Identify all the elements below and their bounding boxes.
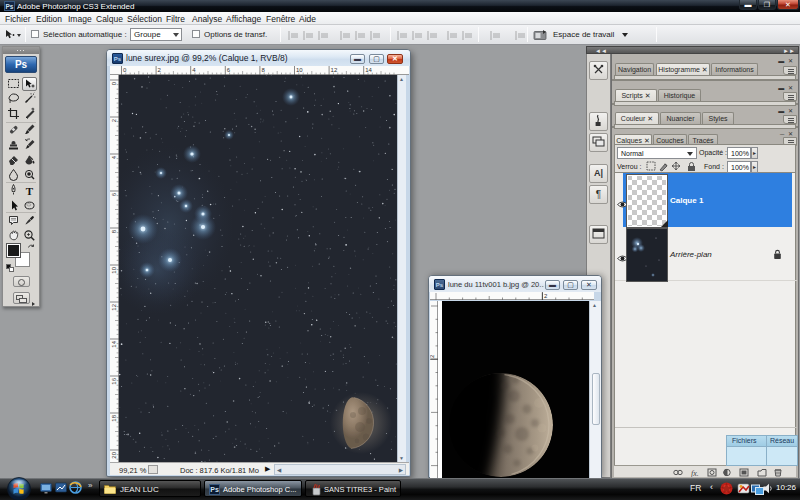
svg-text:2: 2 [544, 293, 548, 299]
svg-text:6: 6 [111, 192, 117, 196]
svg-text:18: 18 [111, 414, 117, 421]
svg-text:2: 2 [158, 67, 162, 73]
svg-text:0: 0 [123, 67, 127, 73]
svg-text:20: 20 [111, 451, 117, 458]
svg-text:12: 12 [111, 303, 117, 310]
svg-text:10: 10 [296, 67, 303, 73]
svg-text:6: 6 [227, 67, 231, 73]
svg-text:12: 12 [331, 67, 338, 73]
svg-text:8: 8 [111, 229, 117, 233]
svg-text:16: 16 [111, 377, 117, 384]
svg-text:14: 14 [111, 340, 117, 347]
svg-text:fx.: fx. [691, 469, 699, 478]
svg-text:14: 14 [365, 67, 372, 73]
svg-text:8: 8 [261, 67, 265, 73]
svg-text:0: 0 [111, 81, 117, 85]
svg-text:2: 2 [111, 118, 117, 122]
svg-text:4: 4 [192, 67, 196, 73]
svg-text:10: 10 [111, 266, 117, 273]
svg-text:2: 2 [430, 354, 435, 358]
svg-text:4: 4 [111, 155, 117, 159]
